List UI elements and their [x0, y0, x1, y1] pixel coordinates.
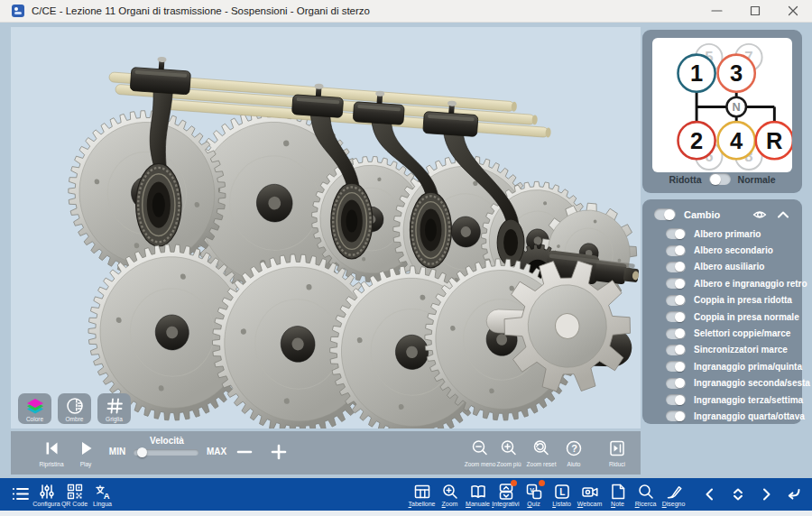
view-options: ColoreOmbreGriglia [18, 393, 131, 424]
layer-toggle[interactable] [666, 394, 686, 405]
toolbar-configura[interactable]: Configura [32, 478, 60, 507]
toolbar-back-button[interactable] [780, 478, 807, 511]
window-controls [698, 0, 812, 22]
menu-button[interactable] [11, 484, 35, 504]
cambio-toggle[interactable] [654, 208, 676, 220]
layers-color-icon [24, 396, 46, 416]
maximize-button[interactable] [736, 0, 774, 22]
svg-text:A: A [103, 491, 109, 501]
chevrons-updown-icon [724, 478, 752, 511]
layer-toggle[interactable] [666, 345, 686, 355]
toolbar-previous-button[interactable] [696, 478, 724, 511]
bottom-toolbar: ConfiguraQR CodeALingua TabelloneZoomMan… [0, 478, 812, 511]
toolbar-note[interactable]: Note [604, 478, 632, 507]
minus-icon [228, 440, 261, 464]
gearbox-3d-model[interactable] [11, 27, 641, 428]
notification-badge [511, 480, 517, 486]
window-title: C/CE - Lezione 11 Organi di trasmissione… [32, 5, 370, 16]
cambio-label: Cambio [684, 209, 720, 220]
svg-text:1: 1 [690, 60, 703, 86]
minimize-button[interactable] [698, 0, 736, 22]
layer-item-sincronizzatori-marce: Sincronizzatori marce [642, 342, 802, 358]
close-button[interactable] [774, 0, 812, 22]
search-icon [632, 482, 660, 502]
play-icon [68, 437, 104, 460]
layer-toggle[interactable] [666, 311, 686, 322]
toolbar-left-group: ConfiguraQR CodeALingua [32, 478, 116, 507]
layer-toggle[interactable] [666, 295, 686, 306]
layer-toggle[interactable] [666, 410, 686, 421]
colore-button[interactable]: Colore [18, 393, 51, 424]
ridotta-label: Ridotta [669, 174, 701, 185]
translate-icon: A [88, 482, 116, 502]
velocity-label: Velocità [140, 436, 194, 446]
speed-plus-button[interactable] [263, 440, 295, 464]
window-bottom-edge [0, 511, 812, 516]
toolbar-arrows-group [696, 478, 807, 511]
chevron-up-icon[interactable] [776, 207, 790, 222]
toolbar-lingua[interactable]: ALingua [88, 478, 116, 507]
book-icon [464, 482, 492, 502]
layer-toggle[interactable] [666, 245, 686, 256]
svg-text:R: R [766, 128, 782, 153]
play-button[interactable]: Play [68, 437, 104, 467]
layer-toggle[interactable] [666, 278, 686, 289]
shift-pattern-diagram: 576813N24R [652, 38, 792, 172]
note-icon [604, 482, 632, 502]
letter-l-icon: L [548, 482, 576, 502]
toolbar-qr-code[interactable]: QR Code [60, 478, 88, 507]
table-icon [408, 482, 436, 502]
layer-item-ingranaggio-seconda-sesta: Ingranaggio seconda/sesta [642, 375, 802, 392]
notification-badge [539, 480, 545, 486]
reduce-button[interactable]: Riduci [596, 437, 638, 467]
ridotta-normale-toggle[interactable] [709, 173, 731, 185]
toolbar-tabellone[interactable]: Tabellone [408, 478, 436, 507]
layer-group-cambio: Cambio [642, 205, 802, 226]
shift-pattern-panel: 576813N24R Ridotta Normale [642, 30, 802, 193]
layer-item-albero-ausiliario: Albero ausiliario [642, 259, 802, 275]
max-label: MAX [203, 447, 230, 456]
ombre-button[interactable]: Ombre [58, 393, 91, 424]
return-arrow-icon [780, 478, 807, 511]
toolbar-next-button[interactable] [752, 478, 780, 511]
skip-start-icon [33, 437, 69, 460]
svg-text:2: 2 [690, 128, 703, 153]
speed-slider[interactable] [134, 449, 198, 456]
toolbar-webcam[interactable]: Webcam [576, 478, 604, 507]
toolbar-integrativi[interactable]: Integrativi [492, 478, 520, 507]
layer-toggle[interactable] [666, 378, 686, 389]
speed-slider-knob[interactable] [137, 447, 147, 457]
layer-toggle[interactable] [666, 328, 686, 339]
playback-bar: Ripristina Play Velocità MIN MAX Zoom me… [11, 431, 641, 475]
layer-toggle[interactable] [666, 228, 686, 239]
toolbar-manuale[interactable]: Manuale [464, 478, 492, 507]
qr-code-icon [60, 482, 88, 502]
application-window: C/CE - Lezione 11 Organi di trasmissione… [0, 0, 812, 516]
toolbar-zoom[interactable]: Zoom [436, 478, 464, 507]
toolbar-disegno[interactable]: Disegno [660, 478, 687, 507]
griglia-button[interactable]: Griglia [97, 393, 131, 424]
app-icon [12, 5, 24, 17]
pen-icon [660, 482, 687, 502]
eye-icon[interactable] [752, 207, 768, 223]
layer-item-ingranaggio-prima-quinta: Ingranaggio prima/quinta [642, 358, 802, 374]
layer-item-albero-secondario: Albero secondario [642, 242, 802, 258]
toolbar-ricerca[interactable]: Ricerca [632, 478, 660, 507]
layer-toggle-list: Albero primarioAlbero secondarioAlbero a… [642, 226, 802, 425]
layer-toggle[interactable] [666, 361, 686, 372]
ripristina-button[interactable]: Ripristina [33, 437, 69, 467]
model-viewport[interactable]: ColoreOmbreGriglia [11, 27, 641, 428]
sliders-icon [32, 482, 60, 502]
layer-item-ingranaggio-terza-settima: Ingranaggio terza/settima [642, 392, 802, 408]
toolbar-expand-button[interactable] [724, 478, 752, 511]
toolbar-listato[interactable]: LListato [548, 478, 576, 507]
svg-text:L: L [559, 487, 565, 497]
layer-toggle[interactable] [666, 262, 686, 272]
speed-minus-button[interactable] [228, 440, 261, 464]
shift-pattern-card: 576813N24R [652, 38, 792, 172]
help-button[interactable]: ? Aiuto [553, 437, 595, 467]
layers-panel: Cambio Albero primarioAlbero secondarioA… [642, 199, 802, 424]
toolbar-center-group: TabelloneZoomManualeIntegrativiVQuizLLis… [408, 478, 687, 507]
title-bar: C/CE - Lezione 11 Organi di trasmissione… [0, 0, 812, 23]
toolbar-quiz[interactable]: VQuiz [520, 478, 548, 507]
